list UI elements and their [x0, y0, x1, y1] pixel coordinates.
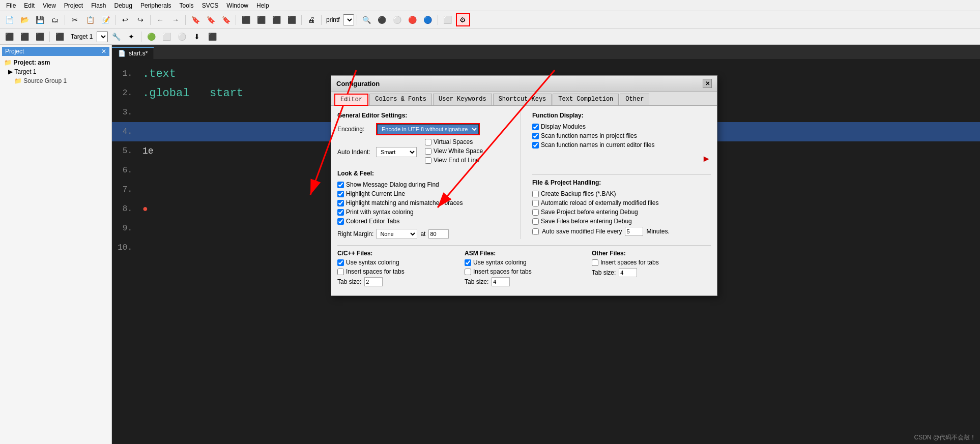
expand-button[interactable]: ► — [702, 154, 711, 164]
encoding-select[interactable]: Encode in UTF-8 without signature — [377, 124, 479, 134]
align4-button[interactable]: ⬛ — [284, 13, 299, 26]
sidebar-source-group[interactable]: 📁 Source Group 1 — [2, 76, 109, 85]
auto-save-spinbox[interactable] — [625, 227, 643, 236]
other-spaces-label: Insert spaces for tabs — [600, 259, 659, 266]
tb2-btn3[interactable]: ⬛ — [33, 30, 47, 43]
menu-flash[interactable]: Flash — [87, 0, 110, 11]
auto-save-checkbox[interactable] — [532, 228, 539, 235]
cpp-spaces-checkbox[interactable] — [337, 269, 344, 275]
tb2-btn9[interactable]: ⚪ — [175, 30, 189, 43]
menu-svcs[interactable]: SVCS — [198, 0, 223, 11]
forward-button[interactable]: → — [168, 13, 183, 26]
sidebar-target[interactable]: ▶ Target 1 — [2, 67, 109, 76]
menu-window[interactable]: Window — [222, 0, 252, 11]
main-area: Project ✕ 📁 Project: asm ▶ Target 1 📁 So… — [0, 45, 980, 444]
debug4-button[interactable]: 🔵 — [421, 13, 435, 26]
back-button[interactable]: ← — [153, 13, 167, 26]
undo-button[interactable]: ↩ — [118, 13, 132, 26]
tb2-btn8[interactable]: ⬜ — [159, 30, 174, 43]
asm-syntax-checkbox[interactable] — [465, 259, 471, 266]
bookmark1-button[interactable]: 🔖 — [188, 13, 203, 26]
right-margin-select[interactable]: None — [377, 229, 417, 239]
cut-button[interactable]: ✂ — [68, 13, 82, 26]
dialog-close-button[interactable]: ✕ — [703, 79, 712, 88]
menu-help[interactable]: Help — [252, 0, 273, 11]
bookmark3-button[interactable]: 🔖 — [219, 13, 233, 26]
asm-tabsize-spinbox[interactable] — [492, 277, 510, 286]
tb2-btn4[interactable]: ⬛ — [52, 30, 67, 43]
menu-project[interactable]: Project — [60, 0, 87, 11]
menu-view[interactable]: View — [39, 0, 60, 11]
display-modules-checkbox[interactable] — [532, 124, 539, 130]
align2-button[interactable]: ⬛ — [254, 13, 268, 26]
menu-file[interactable]: File — [2, 0, 20, 11]
create-backup-checkbox[interactable] — [532, 191, 539, 197]
menu-peripherals[interactable]: Peripherals — [136, 0, 176, 11]
sidebar-close-icon[interactable]: ✕ — [101, 48, 106, 55]
bookmark2-button[interactable]: 🔖 — [204, 13, 218, 26]
sidebar-project[interactable]: 📁 Project: asm — [2, 58, 109, 67]
editor-tab-start[interactable]: 📄 start.s* — [112, 47, 154, 59]
highlight-current-checkbox[interactable] — [337, 191, 344, 197]
other-spaces-checkbox[interactable] — [592, 259, 598, 266]
debug3-button[interactable]: 🔴 — [406, 13, 420, 26]
tb2-btn7[interactable]: 🟢 — [144, 30, 158, 43]
tab-user-keywords[interactable]: User Keywords — [433, 94, 492, 105]
view-end-of-line-checkbox[interactable] — [425, 157, 431, 164]
other-tabsize-spinbox[interactable] — [619, 268, 637, 277]
tb2-btn11[interactable]: ⬛ — [205, 30, 219, 43]
toolbar-sep-9 — [438, 15, 438, 25]
save-button[interactable]: 💾 — [33, 13, 47, 26]
view-white-space-checkbox[interactable] — [425, 148, 431, 155]
menu-edit[interactable]: Edit — [20, 0, 39, 11]
tab-colors-fonts[interactable]: Colors & Fonts — [369, 94, 432, 105]
colored-tabs-checkbox[interactable] — [337, 218, 344, 225]
redo-button[interactable]: ↪ — [133, 13, 148, 26]
tb2-btn2[interactable]: ⬛ — [17, 30, 32, 43]
tb2-btn10[interactable]: ⬇ — [190, 30, 204, 43]
cpp-tabsize-spinbox[interactable] — [364, 277, 383, 286]
virtual-spaces-label: Virtual Spaces — [434, 138, 473, 145]
target-select[interactable] — [97, 31, 108, 42]
debug1-button[interactable]: ⚫ — [375, 13, 389, 26]
highlight-braces-checkbox[interactable] — [337, 200, 344, 206]
tb2-btn1[interactable]: ⬛ — [2, 30, 16, 43]
tab-other[interactable]: Other — [620, 94, 649, 105]
paste-button[interactable]: 📝 — [98, 13, 112, 26]
menu-tools[interactable]: Tools — [176, 0, 198, 11]
save-all-button[interactable]: 🗂 — [48, 13, 62, 26]
asm-spaces-checkbox[interactable] — [465, 269, 471, 275]
scan-project-checkbox[interactable] — [532, 133, 539, 139]
debug2-button[interactable]: ⚪ — [390, 13, 405, 26]
show-message-checkbox[interactable] — [337, 182, 344, 188]
print-syntax-label: Print with syntax coloring — [346, 209, 414, 216]
print-button[interactable]: 🖨 — [304, 13, 319, 26]
new-file-button[interactable]: 📄 — [2, 13, 16, 26]
virtual-spaces-checkbox[interactable] — [425, 139, 431, 145]
right-margin-spinbox[interactable] — [428, 229, 449, 239]
cpp-syntax-checkbox[interactable] — [337, 259, 344, 266]
printf-select[interactable] — [343, 14, 354, 25]
align3-button[interactable]: ⬛ — [269, 13, 283, 26]
scan-current-checkbox[interactable] — [532, 142, 539, 149]
toolbar-sep-7 — [321, 15, 322, 25]
copy-button[interactable]: 📋 — [83, 13, 97, 26]
layout-button[interactable]: ⬜ — [441, 13, 455, 26]
auto-indent-select[interactable]: Smart — [376, 147, 417, 157]
tb2-btn6[interactable]: ✦ — [124, 30, 138, 43]
print-syntax-checkbox[interactable] — [337, 209, 344, 216]
tab-shortcut-keys[interactable]: Shortcut Keys — [493, 94, 552, 105]
open-file-button[interactable]: 📂 — [17, 13, 32, 26]
search-button[interactable]: 🔍 — [360, 13, 374, 26]
cpp-spaces-label: Insert spaces for tabs — [346, 268, 405, 275]
tab-label: start.s* — [129, 50, 148, 57]
menu-debug[interactable]: Debug — [110, 0, 136, 11]
tb2-btn5[interactable]: 🔧 — [109, 30, 123, 43]
auto-reload-checkbox[interactable] — [532, 200, 539, 206]
settings-button[interactable]: ⚙ — [456, 13, 470, 26]
align1-button[interactable]: ⬛ — [239, 13, 253, 26]
save-files-checkbox[interactable] — [532, 218, 539, 225]
save-project-checkbox[interactable] — [532, 209, 539, 216]
tab-editor[interactable]: Editor — [334, 94, 368, 106]
tab-text-completion[interactable]: Text Completion — [553, 94, 619, 105]
